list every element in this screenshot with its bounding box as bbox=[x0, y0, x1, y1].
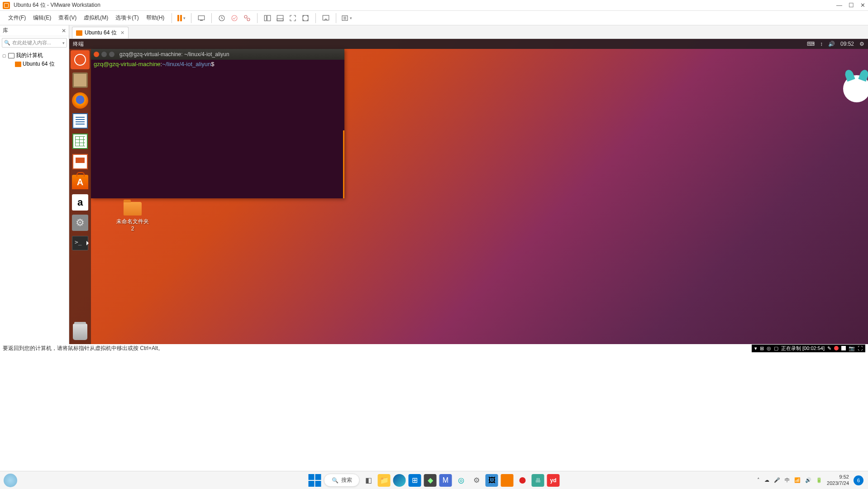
taskbar-clock[interactable]: 9:52 2023/7/24 bbox=[827, 474, 849, 486]
cd-icon[interactable]: ◎ bbox=[767, 345, 771, 351]
view-thumbnail-button[interactable] bbox=[274, 12, 286, 24]
fullscreen-toggle-icon[interactable]: ⛶ bbox=[858, 345, 863, 351]
collapse-icon[interactable]: ▢ bbox=[2, 53, 7, 58]
expand-icon[interactable]: ▾ bbox=[754, 345, 757, 351]
network-icon[interactable]: ▢ bbox=[774, 345, 778, 351]
terminal-close-button[interactable] bbox=[94, 52, 99, 57]
separator bbox=[336, 13, 336, 23]
app-taskbar-1[interactable]: ◆ bbox=[424, 474, 437, 487]
app-taskbar-4[interactable]: 🖼 bbox=[486, 474, 498, 487]
firefox-launcher[interactable] bbox=[71, 91, 90, 110]
record-indicator-icon[interactable] bbox=[834, 346, 839, 350]
view-library-button[interactable] bbox=[261, 12, 274, 24]
store-taskbar[interactable]: ⊞ bbox=[409, 474, 421, 487]
terminal-maximize-button[interactable] bbox=[109, 52, 114, 57]
terminal-launcher[interactable] bbox=[71, 234, 90, 253]
terminal-minimize-button[interactable] bbox=[101, 52, 107, 57]
terminal-window[interactable]: gzq@gzq-virtual-machine: ~/linux/4-iot_a… bbox=[91, 49, 344, 198]
menu-file[interactable]: 文件(F) bbox=[5, 12, 29, 24]
edit-icon[interactable]: ✎ bbox=[827, 345, 831, 351]
window-title: Ubuntu 64 位 - VMware Workstation bbox=[14, 1, 100, 9]
onedrive-icon[interactable]: ☁ bbox=[764, 477, 769, 483]
youdao-taskbar[interactable]: yd bbox=[547, 474, 560, 487]
tree-node-ubuntu[interactable]: Ubuntu 64 位 bbox=[14, 60, 68, 68]
vm-icon bbox=[76, 30, 82, 36]
unity-launcher: a bbox=[69, 49, 91, 344]
keyboard-indicator-icon[interactable]: ⌨ bbox=[807, 41, 815, 47]
clock-indicator[interactable]: 09:52 bbox=[840, 41, 854, 47]
close-button[interactable]: ✕ bbox=[860, 2, 865, 9]
sound-indicator-icon[interactable]: 🔊 bbox=[828, 41, 835, 47]
menu-vm[interactable]: 虚拟机(M) bbox=[80, 12, 112, 24]
separator bbox=[315, 13, 316, 23]
ubuntu-software-launcher[interactable] bbox=[71, 173, 90, 192]
prompt-user: gzq@gzq-virtual-machine bbox=[94, 61, 161, 67]
libreoffice-calc-launcher[interactable] bbox=[71, 132, 90, 151]
battery-icon[interactable]: 🔋 bbox=[816, 477, 822, 483]
vm-display[interactable]: 终端 ⌨ ↕ 🔊 09:52 ⚙ a gzq@gzq-virtual-machi… bbox=[69, 39, 868, 344]
menu-edit[interactable]: 编辑(E) bbox=[29, 12, 55, 24]
camera-icon[interactable]: 📷 bbox=[849, 345, 855, 351]
prompt-dollar: $ bbox=[211, 61, 214, 67]
vm-tab-ubuntu[interactable]: Ubuntu 64 位 ✕ bbox=[72, 27, 129, 38]
volume-icon[interactable]: 🔊 bbox=[805, 477, 811, 483]
wifi-icon[interactable]: 📶 bbox=[794, 477, 801, 483]
ime-indicator[interactable]: 中 bbox=[785, 477, 790, 484]
file-explorer-taskbar[interactable]: 📁 bbox=[378, 474, 391, 487]
pause-vm-button[interactable]: ▾ bbox=[176, 14, 187, 22]
vmware-taskbar[interactable] bbox=[501, 474, 514, 487]
taskbar-search[interactable]: 🔍 搜索 bbox=[324, 474, 360, 487]
hdd-icon[interactable]: ⊞ bbox=[760, 345, 764, 351]
microphone-icon[interactable]: 🎤 bbox=[774, 477, 780, 483]
snapshot-manager-button[interactable] bbox=[241, 12, 253, 24]
terminal-resize-handle[interactable] bbox=[343, 130, 344, 198]
edge-taskbar[interactable] bbox=[393, 474, 406, 487]
send-ctrl-alt-del-button[interactable] bbox=[195, 12, 208, 24]
snapshot-revert-button[interactable] bbox=[228, 12, 241, 24]
stop-icon[interactable] bbox=[841, 346, 846, 350]
amazon-launcher[interactable]: a bbox=[71, 193, 90, 212]
active-app-label[interactable]: 终端 bbox=[73, 40, 84, 48]
app-taskbar-2[interactable]: M bbox=[439, 474, 452, 487]
session-indicator-icon[interactable]: ⚙ bbox=[859, 41, 864, 47]
libreoffice-writer-launcher[interactable] bbox=[71, 111, 90, 130]
search-icon: 🔍 bbox=[332, 477, 339, 484]
menu-help[interactable]: 帮助(H) bbox=[143, 12, 168, 24]
system-settings-launcher[interactable] bbox=[71, 213, 90, 232]
library-close-button[interactable]: ✕ bbox=[62, 28, 66, 34]
terminal-titlebar[interactable]: gzq@gzq-virtual-machine: ~/linux/4-iot_a… bbox=[91, 49, 344, 60]
tab-close-button[interactable]: ✕ bbox=[120, 30, 124, 36]
menu-tabs[interactable]: 选项卡(T) bbox=[112, 12, 142, 24]
view-unity-button[interactable] bbox=[299, 12, 312, 24]
library-search-input[interactable]: 🔍 在此处键入内容... ▾ bbox=[2, 38, 67, 48]
desktop-folder[interactable]: 未命名文件夹 2 bbox=[114, 202, 151, 232]
dropdown-icon[interactable]: ▾ bbox=[62, 41, 65, 45]
tree-node-my-computer[interactable]: ▢ 我的计算机 bbox=[1, 51, 68, 60]
menu-view[interactable]: 查看(V) bbox=[55, 12, 80, 24]
prompt-path: ~/linux/4-iot_aliyun bbox=[162, 61, 211, 67]
view-fullscreen-button[interactable] bbox=[286, 12, 299, 24]
trash-launcher[interactable] bbox=[71, 322, 90, 341]
view-stretch-button[interactable]: ▾ bbox=[340, 12, 353, 24]
recorder-taskbar[interactable] bbox=[516, 474, 529, 487]
maximize-button[interactable]: ☐ bbox=[849, 2, 854, 9]
snapshot-take-button[interactable] bbox=[215, 12, 228, 24]
settings-taskbar[interactable]: ⚙ bbox=[470, 474, 483, 487]
app-taskbar-5[interactable]: 品 bbox=[532, 474, 544, 487]
libreoffice-impress-launcher[interactable] bbox=[71, 152, 90, 171]
dash-button[interactable] bbox=[71, 50, 90, 69]
windows-taskbar: 🔍 搜索 ◧ 📁 ⊞ ◆ M ◎ ⚙ 🖼 品 yd ˄ ☁ 🎤 中 📶 🔊 🔋 … bbox=[0, 471, 868, 489]
weather-widget[interactable] bbox=[4, 474, 17, 487]
network-indicator-icon[interactable]: ↕ bbox=[820, 41, 823, 47]
view-console-button[interactable] bbox=[320, 12, 332, 24]
menu-toolbar: 文件(F) 编辑(E) 查看(V) 虚拟机(M) 选项卡(T) 帮助(H) ▾ … bbox=[0, 11, 868, 25]
terminal-body[interactable]: gzq@gzq-virtual-machine:~/linux/4-iot_al… bbox=[91, 60, 344, 68]
dropdown-arrow-icon[interactable]: ▾ bbox=[183, 16, 186, 20]
files-launcher[interactable] bbox=[71, 71, 90, 90]
tray-chevron-icon[interactable]: ˄ bbox=[757, 477, 760, 483]
start-button[interactable] bbox=[309, 474, 321, 487]
app-taskbar-3[interactable]: ◎ bbox=[455, 474, 467, 487]
notification-button[interactable]: 6 bbox=[854, 475, 863, 485]
task-view-button[interactable]: ◧ bbox=[362, 474, 375, 487]
minimize-button[interactable]: — bbox=[836, 2, 842, 9]
